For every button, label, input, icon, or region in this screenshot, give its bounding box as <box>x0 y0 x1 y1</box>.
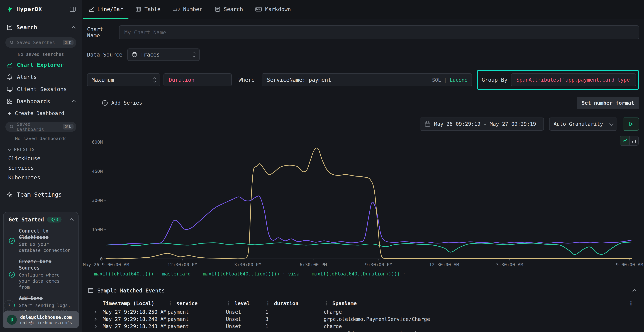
events-header[interactable]: Sample Matched Events <box>87 288 639 294</box>
timeseries-chart[interactable]: 0150M300M450M600MMay 26 9:00:00 AM12:30:… <box>87 133 636 270</box>
bar-display-toggle[interactable] <box>629 136 638 146</box>
get-started-item-title: Add Data <box>19 295 73 302</box>
preset-services[interactable]: Services <box>0 163 82 172</box>
svg-text:9:30:00 PM: 9:30:00 PM <box>365 262 392 267</box>
saved-searches-input[interactable]: Saved Searches ⌘K <box>5 38 76 48</box>
sample-matched-events-section: Sample Matched Events Timestamp (Local) … <box>87 283 639 332</box>
add-series-button[interactable]: Add Series <box>102 100 142 106</box>
get-started-item[interactable]: Create Data Sources Configure where your… <box>8 258 73 290</box>
aggregation-value: Maximum <box>92 77 114 83</box>
select-chevrons-icon <box>193 52 195 57</box>
calendar-icon <box>425 121 430 127</box>
event-row[interactable]: May 27 9:29:18.243 AM payment Unset 1 gr… <box>93 330 639 332</box>
get-started-item[interactable]: Connect to ClickHouse Set up your databa… <box>8 228 73 254</box>
user-menu[interactable]: D dale@clickhouse.com dale@clickhouse.co… <box>3 311 79 328</box>
get-started-item-title: Create Data Sources <box>19 258 73 271</box>
tab-table[interactable]: Table <box>129 0 166 18</box>
svg-text:9:00:00 AM: 9:00:00 AM <box>616 262 643 267</box>
line-display-toggle[interactable] <box>620 136 629 146</box>
events-title: Sample Matched Events <box>97 288 165 294</box>
col-spanname[interactable]: ⋮SpanName <box>324 300 628 306</box>
granularity-select[interactable]: Auto Granularity <box>549 118 617 130</box>
chevron-up-icon <box>70 218 74 222</box>
get-started-progress-badge: 3/3 <box>47 216 62 222</box>
table-options-icon[interactable]: ⋮ <box>628 300 639 306</box>
event-row[interactable]: May 27 9:29:18.250 AM payment Unset 1 ch… <box>93 308 639 316</box>
sidebar-item-label: Client Sessions <box>17 86 67 92</box>
chart-name-input[interactable] <box>119 26 639 39</box>
user-email: dale@clickhouse.com <box>20 314 72 320</box>
sidebar-item-label: Alerts <box>17 74 37 80</box>
run-query-button[interactable] <box>623 118 639 130</box>
expand-row-icon[interactable] <box>93 325 96 328</box>
col-level[interactable]: ⋮level <box>226 300 265 306</box>
tab-search[interactable]: Search <box>208 0 249 18</box>
collapse-sidebar-icon[interactable] <box>70 6 76 12</box>
legend-item-empty-group[interactable]: — maxIf(toFloat64O..Duration))))) · <box>306 271 406 276</box>
legend-item-mastercard[interactable]: — maxIf(toFloat64O..))) · mastercard <box>88 271 191 276</box>
preset-clickhouse[interactable]: ClickHouse <box>0 154 82 163</box>
plus-icon <box>7 111 12 116</box>
tab-markdown[interactable]: Markdown <box>249 0 297 18</box>
sidebar-section-search[interactable]: Search <box>0 17 82 34</box>
tab-number[interactable]: 123 Number <box>166 0 208 18</box>
svg-text:3:30:00 AM: 3:30:00 AM <box>496 262 523 267</box>
sidebar-item-team-settings[interactable]: Team Settings <box>0 182 82 202</box>
tab-label: Markdown <box>265 6 291 12</box>
chart-legend: — maxIf(toFloat64O..))) · mastercard — m… <box>88 271 639 276</box>
sidebar: HyperDX Search Saved Searches ⌘K No save… <box>0 0 82 332</box>
data-source-select[interactable]: Traces <box>127 48 200 61</box>
events-table: Timestamp (Local) ⋮service ⋮level ⋮durat… <box>93 300 639 332</box>
events-table-header: Timestamp (Local) ⋮service ⋮level ⋮durat… <box>93 300 639 308</box>
presets-toggle[interactable]: PRESETS <box>0 143 82 154</box>
help-button[interactable]: ? <box>4 300 14 311</box>
col-duration[interactable]: ⋮duration <box>265 300 324 306</box>
event-row[interactable]: May 27 9:29:18.243 AM payment Unset 1 ch… <box>93 323 639 330</box>
markdown-icon <box>255 6 262 12</box>
no-saved-dashboards-text: No saved dashboards <box>0 132 82 143</box>
group-by-input[interactable] <box>511 73 636 86</box>
date-range-picker[interactable]: May 26 09:29:19 - May 27 09:29:19 <box>420 118 544 130</box>
sidebar-item-client-sessions[interactable]: Client Sessions <box>0 83 82 95</box>
preset-kubernetes[interactable]: Kubernetes <box>0 172 82 182</box>
sidebar-item-chart-explorer[interactable]: Chart Explorer <box>0 59 82 71</box>
number-123-icon: 123 <box>173 7 180 12</box>
col-service[interactable]: ⋮service <box>168 300 226 306</box>
saved-dashboards-input[interactable]: Saved Dashboards ⌘K <box>5 122 76 132</box>
event-row[interactable]: May 27 9:29:18.249 AM payment Unset 3 gr… <box>93 316 639 323</box>
granularity-value: Auto Granularity <box>554 121 603 127</box>
sidebar-item-dashboards[interactable]: Dashboards <box>0 95 82 107</box>
app-title: HyperDX <box>16 6 42 12</box>
aggregation-select[interactable]: Maximum <box>87 73 160 86</box>
legend-item-visa[interactable]: — maxIf(toFloat64O..tion))))) · visa <box>197 271 300 276</box>
search-section-label: Search <box>16 24 37 31</box>
get-started-item-desc: Set up your database connection <box>19 241 73 254</box>
check-circle-icon <box>8 259 15 290</box>
check-circle-icon <box>8 228 15 254</box>
svg-text:600M: 600M <box>92 139 103 144</box>
lucene-mode-toggle[interactable]: Lucene <box>450 77 468 83</box>
collapse-events-icon <box>632 289 636 293</box>
presets-label: PRESETS <box>14 147 35 152</box>
expand-row-icon[interactable] <box>93 311 96 314</box>
col-timestamp[interactable]: Timestamp (Local) <box>103 300 168 306</box>
get-started-header[interactable]: Get Started 3/3 <box>8 216 73 223</box>
monitor-icon <box>6 86 13 92</box>
plus-circle-icon <box>102 100 108 106</box>
sql-mode-toggle[interactable]: SQL <box>432 77 441 83</box>
create-dashboard-button[interactable]: Create Dashboard <box>0 107 82 118</box>
sidebar-item-alerts[interactable]: Alerts <box>0 71 82 83</box>
chart-area[interactable]: 0150M300M450M600MMay 26 9:00:00 AM12:30:… <box>87 133 639 278</box>
set-number-format-button[interactable]: Set number format <box>577 96 639 109</box>
svg-text:300M: 300M <box>92 198 103 203</box>
where-label: Where <box>235 77 258 83</box>
chart-explorer-content: Chart Name Data Source Traces Maximum Wh… <box>82 19 644 332</box>
tab-line-bar[interactable]: Line/Bar <box>82 0 129 18</box>
chevron-up-icon <box>72 100 76 104</box>
field-input[interactable] <box>164 73 232 86</box>
events-table-icon <box>88 288 94 293</box>
no-saved-searches-text: No saved searches <box>0 48 82 59</box>
expand-row-icon[interactable] <box>93 318 96 320</box>
get-started-card: Get Started 3/3 Connect to ClickHouse Se… <box>3 212 78 319</box>
svg-text:12:30:00 PM: 12:30:00 PM <box>168 262 197 267</box>
